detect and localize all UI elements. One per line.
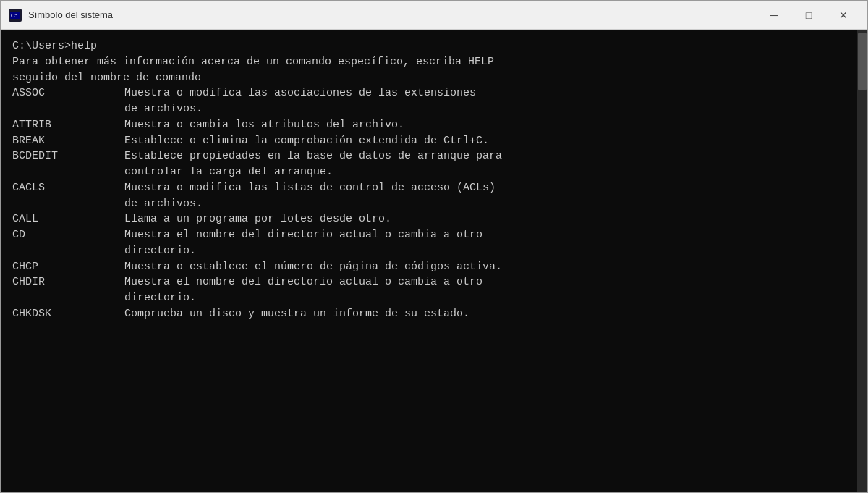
cmd-desc-cacls: Muestra o modifica las listas de control… <box>124 180 844 196</box>
cmd-desc-break: Establece o elimina la comprobación exte… <box>124 133 844 149</box>
cmd-desc-call: Llama a un programa por lotes desde otro… <box>124 211 844 227</box>
cmd-desc-chkdsk: Comprueba un disco y muestra un informe … <box>124 306 844 322</box>
window-title: Símbolo del sistema <box>28 9 757 20</box>
list-item: CHKDSK Comprueba un disco y muestra un i… <box>12 306 844 322</box>
list-item: directorio. <box>12 243 844 259</box>
cmd-desc-bcdedit: Establece propiedades en la base de dato… <box>124 148 844 164</box>
cmd-name-attrib: ATTRIB <box>12 117 124 133</box>
terminal-icon: C: <box>8 8 22 22</box>
list-item: de archivos. <box>12 196 844 212</box>
list-item: BREAK Establece o elimina la comprobació… <box>12 133 844 149</box>
cmd-desc-attrib: Muestra o cambia los atributos del archi… <box>124 117 844 133</box>
list-item: directorio. <box>12 290 844 306</box>
intro-line-1: Para obtener más información acerca de u… <box>12 54 844 70</box>
title-bar: C: Símbolo del sistema ─ □ ✕ <box>1 1 867 30</box>
list-item: CHDIR Muestra el nombre del directorio a… <box>12 274 844 290</box>
window-controls: ─ □ ✕ <box>757 4 860 26</box>
spacer <box>12 196 124 212</box>
cmd-desc-chcp: Muestra o establece el número de página … <box>124 259 844 275</box>
list-item: CACLS Muestra o modifica las listas de c… <box>12 180 844 196</box>
cmd-name-chkdsk: CHKDSK <box>12 306 124 322</box>
list-item: CD Muestra el nombre del directorio actu… <box>12 227 844 243</box>
list-item: BCDEDIT Establece propiedades en la base… <box>12 148 844 164</box>
cmd-desc-assoc-cont: de archivos. <box>124 101 203 117</box>
cmd-name-break: BREAK <box>12 133 124 149</box>
spacer <box>12 290 124 306</box>
list-item: CALL Llama a un programa por lotes desde… <box>12 211 844 227</box>
scrollbar[interactable] <box>857 30 867 492</box>
cmd-desc-cacls-cont: de archivos. <box>124 196 203 212</box>
cmd-name-chcp: CHCP <box>12 259 124 275</box>
cmd-name-cacls: CACLS <box>12 180 124 196</box>
cmd-name-call: CALL <box>12 211 124 227</box>
cmd-name-assoc: ASSOC <box>12 85 124 101</box>
cmd-desc-bcdedit-cont: controlar la carga del arranque. <box>124 164 333 180</box>
list-item: de archivos. <box>12 101 844 117</box>
intro-line-2: seguido del nombre de comando <box>12 70 844 86</box>
cmd-desc-assoc: Muestra o modifica las asociaciones de l… <box>124 85 844 101</box>
cmd-desc-cd-cont: directorio. <box>124 243 196 259</box>
spacer <box>12 243 124 259</box>
cmd-desc-cd: Muestra el nombre del directorio actual … <box>124 227 844 243</box>
list-item: ASSOC Muestra o modifica las asociacione… <box>12 85 844 101</box>
svg-text:C:: C: <box>11 12 17 19</box>
list-item: controlar la carga del arranque. <box>12 164 844 180</box>
cmd-name-chdir: CHDIR <box>12 274 124 290</box>
spacer <box>12 164 124 180</box>
cmd-desc-chdir: Muestra el nombre del directorio actual … <box>124 274 844 290</box>
scrollbar-thumb[interactable] <box>858 33 867 90</box>
terminal-area[interactable]: C:\Users>help Para obtener más informaci… <box>1 30 867 492</box>
cmd-name-cd: CD <box>12 227 124 243</box>
close-button[interactable]: ✕ <box>827 4 860 26</box>
list-item: CHCP Muestra o establece el número de pá… <box>12 259 844 275</box>
prompt-line: C:\Users>help <box>12 38 844 54</box>
minimize-button[interactable]: ─ <box>757 4 791 26</box>
window: C: Símbolo del sistema ─ □ ✕ C:\Users>he… <box>0 0 868 493</box>
cmd-desc-chdir-cont: directorio. <box>124 290 196 306</box>
terminal-content: C:\Users>help Para obtener más informaci… <box>12 38 856 322</box>
list-item: ATTRIB Muestra o cambia los atributos de… <box>12 117 844 133</box>
maximize-button[interactable]: □ <box>792 4 825 26</box>
cmd-name-bcdedit: BCDEDIT <box>12 148 124 164</box>
spacer <box>12 101 124 117</box>
